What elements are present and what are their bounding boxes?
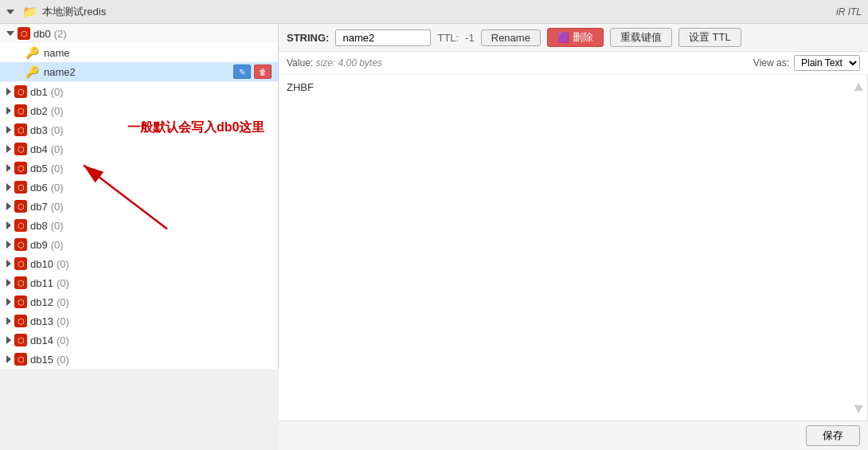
delete-square-icon: 🟪 <box>557 32 569 43</box>
bottom-bar: 保存 <box>279 421 868 450</box>
db10-label: db10 <box>30 258 53 270</box>
db12-label: db12 <box>30 296 53 308</box>
db13-count: (0) <box>57 315 69 327</box>
value-content-area: ZHBF ▲ ▼ <box>279 75 868 421</box>
db5-label: db5 <box>30 162 48 174</box>
db15-count: (0) <box>57 354 69 366</box>
key-actions-name2: ✎ 🗑 <box>233 65 272 79</box>
triangle-right-icon <box>6 355 11 363</box>
scroll-up-indicator: ▲ <box>851 78 866 95</box>
db4-label: db4 <box>30 143 48 155</box>
value-size: size: 4.00 bytes <box>315 57 381 68</box>
db13-redis-icon <box>14 315 27 327</box>
db4-count: (0) <box>51 143 64 155</box>
db-item-db8[interactable]: db8 (0) <box>0 216 278 235</box>
db10-count: (0) <box>57 258 69 270</box>
db-list: db1 (0) db2 (0) db3 (0) db4 (0) db5 (0) … <box>0 82 278 369</box>
db15-label: db15 <box>30 354 53 366</box>
key-icon-name2: 🔑 <box>25 65 39 78</box>
db5-count: (0) <box>51 162 64 174</box>
db0-item[interactable]: db0 (2) <box>0 24 278 43</box>
triangle-right-icon <box>6 279 11 287</box>
triangle-right-icon <box>6 88 11 96</box>
value-text: ZHBF <box>287 81 314 93</box>
key-icon-name: 🔑 <box>25 46 39 59</box>
db1-label: db1 <box>30 86 48 98</box>
db12-count: (0) <box>57 296 69 308</box>
db9-count: (0) <box>51 239 64 251</box>
db-item-db11[interactable]: db11 (0) <box>0 273 278 292</box>
folder-icon: 📁 <box>22 5 37 19</box>
db-item-db9[interactable]: db9 (0) <box>0 235 278 254</box>
db-item-db13[interactable]: db13 (0) <box>0 311 278 331</box>
db1-redis-icon <box>14 85 27 98</box>
reload-button[interactable]: 重载键值 <box>610 28 672 47</box>
db8-redis-icon <box>14 219 27 232</box>
title-bar-left: 📁 本地测试redis <box>6 5 106 19</box>
delete-key-button[interactable]: 🗑 <box>254 65 272 79</box>
db0-redis-icon <box>18 27 30 40</box>
triangle-right-icon <box>6 221 11 229</box>
title-bar: 📁 本地测试redis iR ITL <box>0 0 868 24</box>
db6-count: (0) <box>51 182 64 194</box>
db-item-db12[interactable]: db12 (0) <box>0 292 278 311</box>
db5-redis-icon <box>14 162 27 174</box>
edit-icon: ✎ <box>239 68 245 76</box>
key-item-name2[interactable]: 🔑 name2 ✎ 🗑 <box>0 62 278 81</box>
triangle-right-icon <box>6 107 11 115</box>
db-item-db14[interactable]: db14 (0) <box>0 331 278 350</box>
db2-count: (0) <box>51 105 64 117</box>
db14-redis-icon <box>14 334 27 346</box>
db0-label: db0 <box>33 28 51 40</box>
db9-label: db9 <box>30 239 48 251</box>
key-label-name2: name2 <box>44 66 233 78</box>
type-label: STRING: <box>287 32 329 44</box>
db3-redis-icon <box>14 123 27 136</box>
sidebar: db0 (2) 🔑 name 🔑 name2 ✎ <box>0 24 279 369</box>
triangle-right-icon <box>6 145 11 153</box>
db12-redis-icon <box>14 295 27 308</box>
key-item-name[interactable]: 🔑 name <box>0 43 278 62</box>
db6-label: db6 <box>30 182 48 194</box>
value-meta: Value: size: 4.00 bytes View as: Plain T… <box>279 52 868 75</box>
db8-label: db8 <box>30 220 48 232</box>
db9-redis-icon <box>14 238 27 251</box>
db13-label: db13 <box>30 315 53 327</box>
db-item-db7[interactable]: db7 (0) <box>0 197 278 216</box>
ttl-label: TTL: <box>437 32 459 44</box>
db-item-db10[interactable]: db10 (0) <box>0 254 278 273</box>
db-item-db4[interactable]: db4 (0) <box>0 139 278 158</box>
triangle-down-icon <box>6 31 14 36</box>
key-input[interactable] <box>335 29 431 46</box>
db-item-db1[interactable]: db1 (0) <box>0 82 278 101</box>
save-button[interactable]: 保存 <box>806 425 860 446</box>
db-item-db5[interactable]: db5 (0) <box>0 158 278 178</box>
db2-label: db2 <box>30 105 48 117</box>
db7-label: db7 <box>30 201 48 213</box>
db0-section: db0 (2) 🔑 name 🔑 name2 ✎ <box>0 24 278 82</box>
triangle-right-icon <box>6 164 11 172</box>
db-item-db2[interactable]: db2 (0) <box>0 101 278 120</box>
triangle-right-icon <box>6 298 11 306</box>
db3-count: (0) <box>51 124 64 136</box>
edit-key-button[interactable]: ✎ <box>233 65 251 79</box>
ttl-value: -1 <box>465 32 475 44</box>
triangle-right-icon <box>6 260 11 268</box>
set-ttl-button[interactable]: 设置 TTL <box>678 28 741 47</box>
triangle-right-icon <box>6 317 11 325</box>
db-item-db6[interactable]: db6 (0) <box>0 178 278 197</box>
triangle-right-icon <box>6 202 11 210</box>
db-item-db15[interactable]: db15 (0) <box>0 350 278 369</box>
db14-count: (0) <box>57 335 69 346</box>
db1-count: (0) <box>51 86 64 98</box>
db-item-db3[interactable]: db3 (0) <box>0 120 278 139</box>
db2-redis-icon <box>14 104 27 117</box>
scroll-down-indicator: ▼ <box>851 401 866 417</box>
connection-title: 本地测试redis <box>42 5 106 19</box>
db6-redis-icon <box>14 181 27 194</box>
rename-button[interactable]: Rename <box>481 29 541 46</box>
view-as-select[interactable]: Plain Text JSON Hex <box>794 55 860 71</box>
db11-count: (0) <box>57 277 69 289</box>
triangle-right-icon <box>6 336 11 344</box>
delete-button[interactable]: 🟪 删除 <box>547 28 604 47</box>
